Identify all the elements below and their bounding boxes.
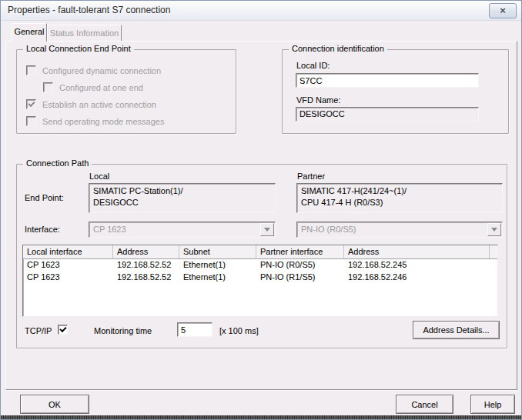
connection-identification-title: Connection identification [289,44,387,53]
send-operating-mode-messages-checkbox [26,116,36,126]
title-bar: Properties - fault-tolerant S7 connectio… [1,1,521,21]
connection-identification-group: Connection identification Local ID: VFD … [282,49,509,134]
address-details-button[interactable]: Address Details... [413,321,500,339]
tab-status-information-label: Status Information [50,28,119,38]
tab-status-information: Status Information [47,25,122,42]
configured-dynamic-connection-row: Configured dynamic connection [26,65,161,75]
header-address[interactable]: Address [113,245,179,258]
local-id-input[interactable] [296,73,479,88]
establish-active-connection-label: Establish an active connection [42,100,156,109]
establish-active-connection-row: Establish an active connection [26,99,156,109]
connection-path-group: Connection Path Local Partner End Point:… [16,164,507,348]
ok-button[interactable]: OK [20,395,89,414]
tab-general-label: General [14,27,44,36]
connection-path-title: Connection Path [23,158,92,168]
cell-partner-address: 192.168.52.246 [344,272,490,284]
send-operating-mode-messages-label: Send operating mode messages [42,117,164,126]
monitoring-time-input[interactable] [177,322,212,337]
end-point-local-field: SIMATIC PC-Station(1)/ DESIGOCC [89,183,276,213]
header-subnet[interactable]: Subnet [179,245,256,258]
cell-address: 192.168.52.52 [113,272,179,284]
interface-table: Local interface Address Subnet Partner i… [22,245,498,317]
cell-partner-interface: PN-IO (R0/S5) [256,259,344,272]
cancel-button[interactable]: Cancel [396,395,453,414]
local-column-label: Local [89,172,109,181]
end-point-partner-field: SIMATIC 417-H(241/24~(1)/ CPU 417-4 H (R… [296,183,503,213]
header-partner-interface[interactable]: Partner interface [256,245,344,258]
interface-table-header: Local interface Address Subnet Partner i… [23,245,497,259]
header-local-interface[interactable]: Local interface [23,245,113,258]
close-button[interactable]: × [489,3,517,18]
close-icon: × [500,5,506,16]
configured-at-one-end-row: Configured at one end [43,82,143,92]
interface-label: Interface: [25,225,60,234]
window-bottom-edge [1,415,521,419]
monitoring-time-unit-label: [x 100 ms] [219,326,259,335]
configured-dynamic-connection-checkbox [26,65,36,75]
tcp-ip-checkbox[interactable] [58,325,68,335]
interface-partner-dropdown-arrow-icon [487,223,501,236]
establish-active-connection-checkbox [26,99,36,109]
cell-local-interface: CP 1623 [23,272,113,284]
configured-at-one-end-label: Configured at one end [59,83,143,92]
vfd-name-field: DESIGOCC [296,107,479,122]
header-address-2[interactable]: Address [344,245,490,258]
interface-local-combo: CP 1623 [89,222,276,238]
help-button[interactable]: Help [470,395,515,414]
partner-column-label: Partner [297,172,325,181]
interface-partner-value: PN-IO (R0/S5) [301,225,356,234]
interface-local-value: CP 1623 [93,225,126,234]
cell-partner-address: 192.168.52.245 [344,259,490,272]
cell-subnet: Ethernet(1) [179,259,256,272]
local-connection-end-point-title: Local Connection End Point [23,44,134,53]
cell-address: 192.168.52.52 [113,259,179,272]
configured-dynamic-connection-label: Configured dynamic connection [42,66,161,75]
send-operating-mode-messages-row: Send operating mode messages [26,116,164,126]
cell-local-interface: CP 1623 [23,259,113,272]
local-id-label: Local ID: [296,61,330,70]
tcp-ip-label: TCP/IP [25,326,52,335]
end-point-label: End Point: [25,193,64,202]
window-title: Properties - fault-tolerant S7 connectio… [8,5,170,15]
tab-general[interactable]: General [12,23,47,42]
monitoring-time-label: Monitoring time [94,326,152,335]
local-connection-end-point-group: Local Connection End Point Configured dy… [16,49,236,134]
interface-local-dropdown-arrow-icon [260,223,274,236]
cell-subnet: Ethernet(1) [179,272,256,284]
properties-dialog: Properties - fault-tolerant S7 connectio… [0,0,522,420]
interface-partner-combo: PN-IO (R0/S5) [296,222,503,238]
cell-partner-interface: PN-IO (R1/S5) [256,272,344,284]
configured-at-one-end-checkbox [43,82,53,92]
header-filler [490,245,497,258]
vfd-name-label: VFD Name: [296,95,340,105]
table-row[interactable]: CP 1623 192.168.52.52 Ethernet(1) PN-IO … [23,272,497,284]
table-row[interactable]: CP 1623 192.168.52.52 Ethernet(1) PN-IO … [23,259,497,272]
